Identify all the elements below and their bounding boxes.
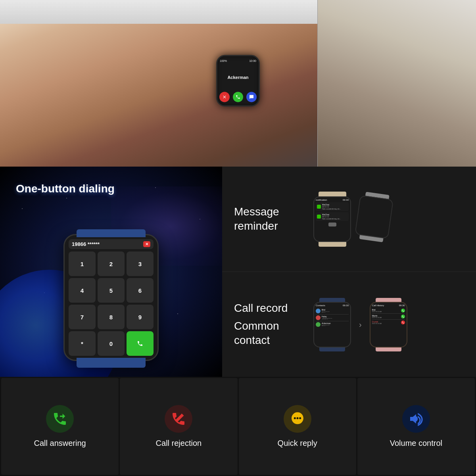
contact-row-1: Brid 0875******* — [316, 308, 349, 315]
call-icon-3 — [401, 321, 405, 324]
history-row-3: Crystal 09/09 09:30 AM — [372, 320, 405, 325]
svg-marker-4 — [410, 414, 416, 423]
call-record-label: Call record — [234, 301, 305, 315]
watch-gray — [354, 191, 394, 243]
contacts-watch: Contacts 09:30 Brid 0875******* — [313, 298, 351, 351]
history-row-2: Martin 09/09 09:30 AM — [372, 314, 405, 320]
watch-status-bar: 100% 10:00 — [220, 60, 256, 62]
strap-top-beige — [319, 192, 346, 196]
call-record-panel: Call record Common contact Contacts 09:3… — [222, 272, 476, 377]
message-reminder-label: Message reminder — [234, 205, 305, 234]
keypad-watch: 19866 ****** ✕ 1 2 3 4 5 6 7 8 9 * 0 — [63, 234, 159, 361]
decline-button[interactable] — [219, 92, 230, 102]
call-icon-2 — [401, 315, 405, 319]
right-panels: Message reminder notification 09:30 — [222, 167, 476, 377]
call-rejection-tile: Call rejection — [120, 378, 237, 475]
avatar-brid — [316, 309, 321, 313]
svg-point-2 — [296, 417, 298, 419]
key-7[interactable]: 7 — [69, 305, 96, 329]
contact-row-2: Haley +861875******* — [316, 315, 349, 321]
volume-control-icon-bg — [402, 405, 430, 433]
wechat-icon-2 — [317, 215, 321, 219]
message-reminder-panel: Message reminder notification 09:30 — [222, 167, 476, 271]
history-watch: Call History 09:30 Brid 09/09 09:50 AM — [370, 298, 407, 351]
call-rejection-label: Call rejection — [156, 439, 202, 448]
watch-on-wrist: 100% 10:00 Ackerman — [216, 55, 260, 107]
bottom-section: Call answering Call rejection Quick repl… — [0, 377, 476, 476]
call-icon-1 — [401, 309, 405, 313]
key-star[interactable]: * — [69, 331, 96, 356]
navy-strap-top — [319, 298, 345, 302]
strap-bottom — [77, 358, 146, 368]
common-contact-label: Common contact — [234, 319, 305, 348]
history-watch-body: Call History 09:30 Brid 09/09 09:50 AM — [370, 302, 407, 347]
key-9[interactable]: 9 — [127, 305, 154, 329]
avatar-ackerman — [316, 322, 321, 327]
call-answering-label: Call answering — [34, 439, 86, 448]
key-2[interactable]: 2 — [98, 251, 125, 276]
key-6[interactable]: 6 — [127, 278, 154, 303]
caller-name: Ackerman — [227, 75, 248, 79]
middle-section: One-button dialing 19866 ****** ✕ 1 2 3 … — [0, 167, 476, 377]
gray-watch-body — [355, 195, 393, 239]
history-header: Call History 09:30 — [372, 304, 405, 307]
key-0[interactable]: 0 — [98, 331, 125, 356]
sleeve-right — [317, 0, 476, 167]
keypad-grid: 1 2 3 4 5 6 7 8 9 * 0 — [69, 251, 154, 356]
key-5[interactable]: 5 — [98, 278, 125, 303]
call-rejection-icon — [171, 411, 186, 427]
quick-reply-label: Quick reply — [278, 439, 317, 448]
key-call[interactable] — [127, 331, 154, 356]
pink-strap-bottom — [376, 347, 401, 351]
key-3[interactable]: 3 — [127, 251, 154, 276]
accept-button[interactable] — [233, 92, 243, 102]
notif-item-1: WeChat AM 09:30 Had a wonderful day, sle… — [316, 202, 349, 211]
key-4[interactable]: 4 — [69, 278, 96, 303]
delete-key[interactable]: ✕ — [143, 241, 150, 247]
quick-reply-icon-bg — [284, 405, 311, 433]
contact-row-3: Ackerman 0875******* — [316, 321, 349, 328]
quick-reply-tile: Quick reply — [239, 378, 356, 475]
notif-item-2: WeChat AM 10:30 Had a wonderful day, sle… — [316, 212, 349, 221]
notification-watch-body: notification 09:30 WeChat AM 09:30 Had a… — [313, 196, 351, 242]
navy-strap-bottom — [319, 347, 345, 351]
dialed-number: 19866 ****** — [72, 241, 100, 247]
avatar-haley — [316, 315, 321, 320]
strap-top — [77, 229, 146, 237]
one-button-title: One-button dialing — [16, 182, 115, 195]
call-buttons — [219, 92, 257, 102]
contacts-header: Contacts 09:30 — [316, 304, 349, 307]
call-answering-icon-bg — [46, 405, 74, 433]
time-display: 10:00 — [249, 60, 256, 62]
call-answering-tile: Call answering — [1, 378, 119, 475]
key-8[interactable]: 8 — [98, 305, 125, 329]
strap-bottom-beige — [319, 242, 346, 247]
volume-control-icon — [408, 411, 424, 427]
keypad-screen: 19866 ****** ✕ — [69, 239, 154, 249]
call-rejection-icon-bg — [165, 405, 192, 433]
message-button[interactable] — [246, 92, 257, 102]
one-button-dialing-panel: One-button dialing 19866 ****** ✕ 1 2 3 … — [0, 167, 222, 377]
contacts-watch-body: Contacts 09:30 Brid 0875******* — [313, 302, 351, 347]
delete-button — [328, 223, 336, 226]
wechat-icon-1 — [317, 205, 321, 209]
watch-beige: notification 09:30 WeChat AM 09:30 Had a… — [313, 192, 351, 247]
svg-point-1 — [294, 417, 296, 419]
call-record-labels: Call record Common contact — [234, 301, 305, 347]
top-section: 100% 10:00 Ackerman — [0, 0, 476, 167]
message-watches: notification 09:30 WeChat AM 09:30 Had a… — [313, 192, 391, 247]
pink-strap-top — [376, 298, 401, 302]
svg-point-3 — [299, 417, 301, 419]
key-1[interactable]: 1 — [69, 251, 96, 276]
volume-control-tile: Volume control — [357, 378, 475, 475]
call-answering-icon — [52, 411, 68, 427]
notif-header: notification 09:30 — [316, 199, 349, 201]
arrow-separator: › — [359, 320, 362, 329]
volume-control-label: Volume control — [390, 439, 442, 448]
quick-reply-icon — [290, 411, 305, 427]
battery-indicator: 100% — [220, 60, 227, 62]
history-row-1: Brid 09/09 09:50 AM — [372, 308, 405, 314]
